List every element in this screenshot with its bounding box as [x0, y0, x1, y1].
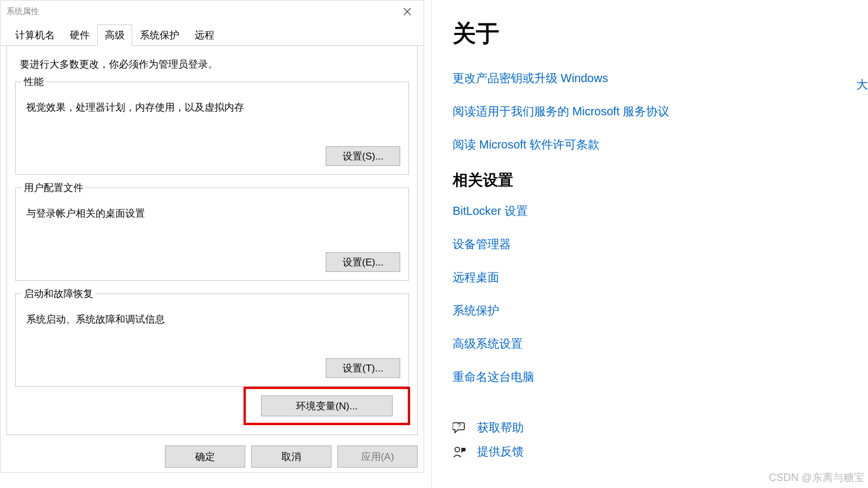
feedback-row[interactable]: 提供反馈	[453, 444, 868, 459]
performance-settings-button[interactable]: 设置(S)...	[326, 146, 400, 166]
admin-notice: 要进行大多数更改，你必须作为管理员登录。	[20, 58, 409, 71]
link-remote-desktop[interactable]: 远程桌面	[453, 270, 868, 285]
tab-advanced[interactable]: 高级	[97, 24, 132, 46]
link-advanced-system-settings[interactable]: 高级系统设置	[453, 336, 868, 352]
tab-system-protection[interactable]: 系统保护	[132, 24, 187, 46]
link-change-product-key[interactable]: 更改产品密钥或升级 Windows	[453, 70, 868, 86]
startup-recovery-desc: 系统启动、系统故障和调试信息	[26, 313, 400, 326]
get-help-link[interactable]: 获取帮助	[477, 420, 524, 436]
cancel-button[interactable]: 取消	[251, 445, 331, 468]
get-help-row[interactable]: ? 获取帮助	[453, 420, 868, 436]
settings-about-page: 关于 更改产品密钥或升级 Windows 阅读适用于我们服务的 Microsof…	[431, 0, 868, 488]
ok-button[interactable]: 确定	[165, 445, 245, 468]
feedback-icon	[453, 445, 467, 459]
watermark: CSDN @东离与糖宝	[769, 471, 865, 485]
link-services-agreement[interactable]: 阅读适用于我们服务的 Microsoft 服务协议	[453, 104, 868, 119]
startup-recovery-group: 启动和故障恢复 系统启动、系统故障和调试信息 设置(T)...	[15, 293, 409, 387]
cut-off-text: 大	[856, 77, 868, 93]
env-variables-highlight: 环境变量(N)...	[244, 387, 410, 425]
user-profiles-legend: 用户配置文件	[22, 181, 86, 195]
tab-hardware[interactable]: 硬件	[62, 24, 97, 46]
dialog-footer: 确定 取消 应用(A)	[165, 445, 418, 468]
performance-group: 性能 视觉效果，处理器计划，内存使用，以及虚拟内存 设置(S)...	[15, 82, 409, 175]
svg-text:?: ?	[457, 422, 461, 429]
link-rename-pc[interactable]: 重命名这台电脑	[453, 369, 868, 385]
user-profiles-desc: 与登录帐户相关的桌面设置	[26, 207, 400, 220]
tab-body: 要进行大多数更改，你必须作为管理员登录。 性能 视觉效果，处理器计划，内存使用，…	[6, 46, 418, 435]
tab-remote[interactable]: 远程	[187, 24, 222, 46]
close-icon	[403, 8, 411, 16]
user-profiles-group: 用户配置文件 与登录帐户相关的桌面设置 设置(E)...	[15, 188, 409, 281]
link-device-manager[interactable]: 设备管理器	[453, 236, 868, 252]
environment-variables-button[interactable]: 环境变量(N)...	[261, 395, 393, 416]
help-icon: ?	[453, 421, 467, 435]
startup-recovery-legend: 启动和故障恢复	[22, 287, 96, 300]
link-bitlocker[interactable]: BitLocker 设置	[453, 203, 868, 219]
related-settings-heading: 相关设置	[453, 170, 868, 190]
dialog-title: 系统属性	[6, 6, 39, 17]
about-heading: 关于	[453, 17, 868, 49]
performance-legend: 性能	[22, 75, 46, 89]
startup-recovery-settings-button[interactable]: 设置(T)...	[326, 358, 400, 378]
system-properties-dialog: 系统属性 计算机名 硬件 高级 系统保护 远程 要进行大多数更改，你必须作为管理…	[0, 0, 424, 473]
svg-point-1	[455, 447, 460, 452]
link-license-terms[interactable]: 阅读 Microsoft 软件许可条款	[453, 137, 868, 153]
performance-desc: 视觉效果，处理器计划，内存使用，以及虚拟内存	[26, 101, 400, 114]
tab-computer-name[interactable]: 计算机名	[8, 24, 62, 46]
feedback-link[interactable]: 提供反馈	[477, 444, 524, 459]
close-button[interactable]	[397, 1, 418, 22]
titlebar: 系统属性	[1, 1, 424, 23]
tab-row: 计算机名 硬件 高级 系统保护 远程	[1, 23, 424, 46]
user-profiles-settings-button[interactable]: 设置(E)...	[326, 252, 400, 272]
link-system-protection[interactable]: 系统保护	[453, 303, 868, 319]
apply-button[interactable]: 应用(A)	[337, 445, 418, 468]
